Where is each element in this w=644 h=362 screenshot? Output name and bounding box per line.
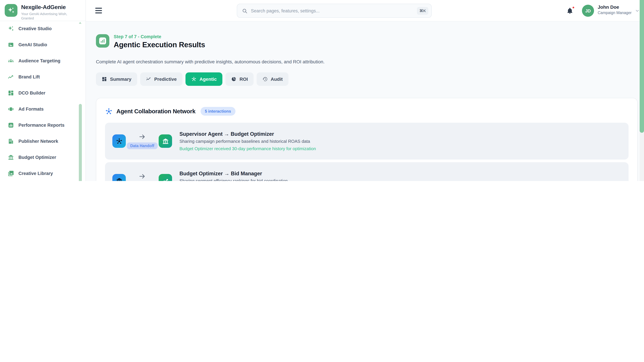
user-role: Campaign Manager	[598, 11, 632, 15]
avatar[interactable]: JD	[582, 5, 594, 17]
tab-label: ROI	[240, 76, 248, 82]
main-content: Step 7 of 7 - Complete Agentic Execution…	[86, 21, 644, 181]
interaction-text: Budget Optimizer → Bid ManagerSharing se…	[180, 171, 312, 181]
bar-chart-icon	[8, 122, 14, 128]
interaction-description: Sharing segment efficiency rankings for …	[180, 178, 312, 181]
menu-icon[interactable]	[95, 8, 102, 13]
interaction-outcome: Budget Optimizer received 30-day perform…	[180, 146, 316, 151]
sidebar-scrollbar[interactable]	[79, 104, 82, 181]
sidebar: Nexgile-AdGenie Your GenAI Advertising W…	[0, 0, 86, 181]
sparkles-icon	[8, 25, 14, 32]
agent-collaboration-panel: Agent Collaboration Network 5 interactio…	[96, 98, 638, 181]
tab-predictive[interactable]: Predictive	[140, 72, 182, 86]
results-chart-icon	[96, 34, 109, 48]
bank-agent-icon	[159, 134, 172, 148]
sidebar-item-creative-library[interactable]: Creative Library	[3, 167, 82, 179]
interaction-text: Supervisor Agent → Budget OptimizerShari…	[180, 131, 316, 151]
building-icon	[8, 138, 14, 144]
sidebar-item-dco-builder[interactable]: DCO Builder	[3, 87, 82, 99]
interaction-title: Supervisor Agent → Budget Optimizer	[180, 131, 316, 137]
sidebar-item-brand-lift[interactable]: Brand Lift	[3, 71, 82, 83]
user-menu[interactable]: John Doe Campaign Manager	[598, 4, 632, 15]
app-name: Nexgile-AdGenie	[21, 4, 72, 10]
step-label: Step 7 of 7 - Complete	[114, 34, 205, 39]
tab-label: Agentic	[200, 76, 217, 82]
sidebar-item-label: Audience Targeting	[18, 58, 60, 63]
tab-summary[interactable]: Summary	[96, 72, 137, 86]
tab-label: Predictive	[154, 76, 177, 82]
sidebar-item-ad-formats[interactable]: Ad Formats	[3, 103, 82, 115]
notifications-bell-icon[interactable]	[566, 7, 574, 15]
dashboard-icon	[102, 76, 107, 82]
tab-audit[interactable]: Audit	[256, 72, 288, 86]
sidebar-item-label: Budget Optimizer	[18, 155, 56, 160]
sidebar-scroll-up-icon[interactable]	[79, 22, 82, 24]
interaction-flow: Data Handoff	[126, 133, 159, 149]
history-icon	[262, 76, 268, 82]
interaction-description: Sharing campaign performance baselines a…	[180, 139, 316, 144]
user-name: John Doe	[598, 4, 632, 10]
trending-up-agent-icon	[159, 174, 172, 181]
chevron-down-icon[interactable]	[634, 8, 640, 13]
photo-library-icon	[8, 170, 14, 176]
interaction-card: Data HandoffSupervisor Agent → Budget Op…	[105, 123, 628, 160]
pie-icon	[231, 76, 236, 82]
sidebar-item-label: Creative Library	[18, 171, 53, 176]
trend-sparkle-icon	[146, 76, 151, 82]
sidebar-nav: Creative StudioGenAI StudioAudience Targ…	[0, 21, 86, 181]
sidebar-item-label: GenAI Studio	[18, 42, 47, 47]
app-tagline: Your GenAI Advertising Wish, Granted	[21, 11, 72, 21]
page-scrollbar-thumb[interactable]	[640, 0, 644, 133]
results-tabs: SummaryPredictiveAgenticROIAudit	[96, 72, 288, 86]
app-logo-row: Nexgile-AdGenie Your GenAI Advertising W…	[0, 0, 86, 21]
app-window: Nexgile-AdGenie Your GenAI Advertising W…	[0, 0, 644, 181]
page-header: Step 7 of 7 - Complete Agentic Execution…	[96, 34, 205, 49]
interactions-count-badge: 5 interactions	[200, 107, 235, 116]
interaction-title: Budget Optimizer → Bid Manager	[180, 171, 312, 177]
sidebar-item-label: Ad Formats	[18, 106, 44, 111]
dashboard-icon	[8, 90, 14, 96]
bank-agent-icon	[112, 174, 126, 181]
interaction-card: Insight SharingBudget Optimizer → Bid Ma…	[105, 162, 628, 181]
tab-label: Audit	[271, 76, 283, 82]
sidebar-item-performance-reports[interactable]: Performance Reports	[3, 119, 82, 131]
sidebar-item-publisher-network[interactable]: Publisher Network	[3, 135, 82, 147]
sidebar-item-label: Brand Lift	[18, 74, 40, 79]
page-scrollbar-track[interactable]	[640, 0, 644, 181]
sidebar-item-label: Performance Reports	[18, 122, 64, 128]
interaction-type-badge: Data Handoff	[127, 142, 158, 149]
collaboration-title: Agent Collaboration Network	[116, 108, 196, 115]
page-title: Agentic Execution Results	[114, 40, 205, 49]
interaction-list: Data HandoffSupervisor Agent → Budget Op…	[105, 123, 628, 181]
notification-unread-dot	[572, 6, 575, 9]
tab-roi[interactable]: ROI	[226, 72, 254, 86]
bank-icon	[8, 154, 14, 160]
hub-icon	[105, 107, 113, 115]
hub-icon	[191, 76, 196, 82]
ad-icon	[8, 106, 14, 112]
top-header: Search pages, features, settings... ⌘K J…	[86, 0, 644, 21]
sidebar-item-genai-studio[interactable]: GenAI Studio	[3, 38, 82, 51]
sidebar-item-label: DCO Builder	[18, 90, 46, 95]
sidebar-item-label: Publisher Network	[18, 139, 58, 144]
shortcut-badge: ⌘K	[417, 7, 428, 14]
collaboration-section-header: Agent Collaboration Network 5 interactio…	[105, 107, 628, 116]
hub-agent-icon	[112, 134, 126, 148]
tab-agentic[interactable]: Agentic	[186, 72, 222, 86]
interaction-flow: Insight Sharing	[126, 173, 159, 181]
sidebar-item-label: Creative Studio	[18, 26, 52, 31]
image-icon	[8, 41, 14, 48]
sidebar-item-creative-studio[interactable]: Creative Studio	[3, 22, 82, 34]
sidebar-item-audience-targeting[interactable]: Audience Targeting	[3, 55, 82, 67]
page-description: Complete AI agent orchestration summary …	[96, 59, 324, 64]
trending-up-icon	[8, 73, 14, 80]
arrow-right-icon	[138, 133, 146, 140]
tab-label: Summary	[110, 76, 132, 82]
app-logo-sparkles-icon	[5, 4, 18, 17]
search-icon	[242, 8, 248, 13]
groups-icon	[8, 57, 14, 64]
sidebar-item-budget-optimizer[interactable]: Budget Optimizer	[3, 151, 82, 163]
search-placeholder: Search pages, features, settings...	[251, 8, 417, 13]
search-input[interactable]: Search pages, features, settings... ⌘K	[237, 4, 432, 18]
arrow-right-icon	[138, 173, 146, 180]
